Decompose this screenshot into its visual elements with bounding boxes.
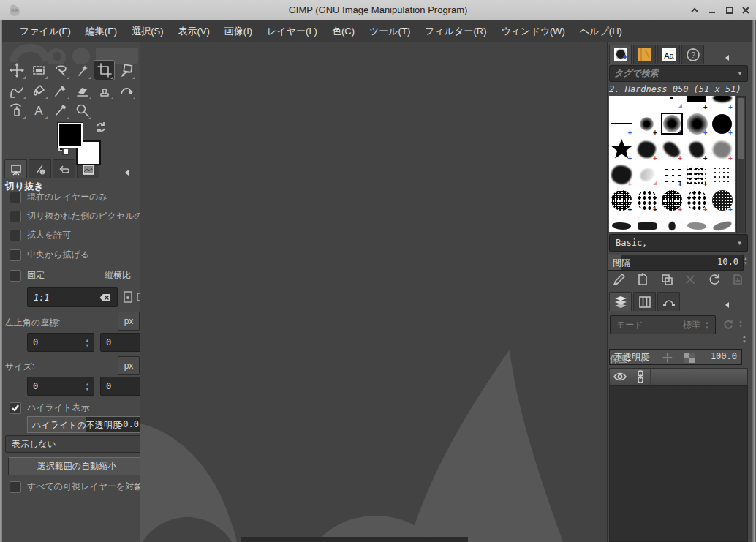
checkbox-highlight[interactable]: ハイライト表示	[10, 402, 140, 414]
menu-windows[interactable]: ウィンドウ(W)	[494, 21, 572, 42]
checkbox-box[interactable]	[10, 249, 21, 261]
brush-item[interactable]: +	[684, 96, 709, 110]
size-width-input[interactable]: 0 ▲▼	[27, 377, 94, 396]
checkbox-box[interactable]	[10, 481, 21, 493]
tab-channels[interactable]	[633, 292, 656, 311]
minimize-button[interactable]	[706, 4, 719, 16]
lock-position-icon[interactable]	[662, 352, 673, 366]
brush-item[interactable]: +	[710, 188, 735, 213]
brush-item[interactable]	[634, 96, 659, 110]
tool-options-dock-menu-button[interactable]	[121, 167, 133, 178]
tab-fonts[interactable]: Aa	[657, 45, 680, 64]
refresh-brushes-button[interactable]	[704, 271, 724, 287]
lock-pixels-icon[interactable]	[640, 352, 651, 366]
brush-item[interactable]: +	[609, 188, 634, 213]
mode-spinner[interactable]: ▲▼	[705, 320, 709, 330]
close-button[interactable]	[739, 4, 752, 16]
tab-patterns[interactable]	[633, 45, 656, 64]
crop-tool[interactable]	[94, 61, 114, 80]
link-chain-icon[interactable]	[630, 369, 651, 385]
checkbox-box-checked[interactable]	[10, 402, 21, 414]
brush-item[interactable]: +	[710, 111, 735, 136]
color-picker-tool[interactable]	[50, 101, 70, 120]
layer-mode-dropdown[interactable]: モード 標準 ▲▼	[610, 315, 716, 334]
brush-item[interactable]	[634, 214, 659, 232]
unified-transform-tool[interactable]	[116, 61, 136, 80]
checkbox-box[interactable]	[10, 192, 21, 203]
brush-item[interactable]: +	[659, 162, 684, 187]
brush-item[interactable]	[659, 96, 684, 110]
menu-help[interactable]: ヘルプ(H)	[572, 21, 630, 42]
brush-item[interactable]	[684, 214, 709, 232]
mode-switch-button[interactable]	[721, 317, 736, 333]
text-tool[interactable]: A	[29, 101, 48, 120]
brush-item[interactable]: +	[634, 111, 659, 136]
menu-file[interactable]: ファイル(F)	[12, 21, 78, 42]
spacing-spinner[interactable]: ▲▼	[744, 256, 748, 266]
brush-item[interactable]: +	[659, 137, 684, 162]
brush-item[interactable]	[710, 162, 735, 187]
layers-dock-menu-button[interactable]	[722, 299, 733, 311]
brush-group-dropdown[interactable]: Basic, ▼	[609, 234, 748, 252]
warp-transform-tool[interactable]	[7, 81, 26, 100]
eraser-tool[interactable]	[72, 81, 92, 100]
checkbox-allow-growing[interactable]: 拡大を許可	[10, 229, 140, 241]
checkbox-box[interactable]	[10, 211, 21, 222]
menu-edit[interactable]: 編集(E)	[78, 21, 124, 42]
visibility-eye-icon[interactable]	[610, 369, 630, 385]
checkbox-expand-from-center[interactable]: 中央から拡げる	[10, 249, 140, 261]
paintbrush-tool[interactable]	[50, 81, 70, 100]
clear-input-icon[interactable]	[99, 293, 111, 302]
scrollbar-thumb[interactable]	[738, 98, 744, 159]
size-height-input[interactable]: 0	[100, 377, 140, 396]
brush-item[interactable]	[634, 162, 659, 187]
brush-item[interactable]: +	[609, 162, 634, 187]
lock-alpha-icon[interactable]	[684, 352, 695, 366]
brush-item[interactable]: +	[609, 111, 634, 136]
brush-item[interactable]	[609, 96, 634, 110]
brush-item[interactable]: +	[659, 188, 684, 213]
tab-tool-options[interactable]	[4, 159, 27, 178]
brushes-dock-menu-button[interactable]	[722, 52, 733, 64]
highlight-opacity-slider[interactable]: ハイライトの不透明度 50.0	[27, 416, 140, 433]
brush-item[interactable]: +	[684, 162, 709, 187]
duplicate-brush-button[interactable]	[657, 271, 676, 287]
spacing-slider[interactable]: 間隔 10.0	[608, 255, 744, 271]
rectangle-select-tool[interactable]	[29, 61, 48, 80]
canvas-area[interactable]	[140, 42, 605, 542]
brush-item-selected[interactable]: +	[659, 111, 684, 136]
dropdown-arrow-icon[interactable]: ▼	[737, 70, 743, 77]
spinner[interactable]: ▲▼	[86, 382, 88, 391]
position-unit-dropdown[interactable]: px	[118, 312, 140, 331]
shade-button[interactable]	[688, 4, 701, 16]
checkbox-shrink-merged[interactable]: すべての可視レイヤーを対象に	[10, 481, 140, 493]
fuzzy-select-tool[interactable]	[72, 61, 92, 80]
menu-select[interactable]: 選択(S)	[124, 21, 170, 42]
brush-grid-scrollbar[interactable]	[736, 96, 746, 233]
tab-device-status[interactable]: i	[29, 159, 51, 178]
bucket-fill-tool[interactable]	[29, 81, 48, 100]
tab-paths[interactable]	[657, 292, 680, 311]
tab-help[interactable]: ?	[681, 45, 704, 64]
spinner[interactable]: ▲▼	[86, 338, 88, 347]
menu-view[interactable]: 表示(V)	[171, 21, 217, 42]
brush-item[interactable]: +	[710, 96, 735, 110]
new-brush-button[interactable]	[633, 271, 653, 287]
edit-brush-button[interactable]	[609, 271, 629, 287]
checkbox-current-layer-only[interactable]: 現在のレイヤーのみ	[10, 191, 140, 203]
portrait-orientation-button[interactable]	[121, 290, 135, 305]
delete-brush-button[interactable]	[681, 271, 700, 287]
position-y-input[interactable]: 0	[100, 333, 140, 352]
clone-tool[interactable]	[94, 81, 114, 100]
brush-item[interactable]: +	[609, 137, 634, 162]
fixed-mode-dropdown[interactable]: 縦横比	[105, 269, 131, 282]
foreground-color-swatch[interactable]	[58, 123, 83, 148]
menu-colors[interactable]: 色(C)	[325, 21, 362, 42]
tab-layers[interactable]	[609, 292, 632, 311]
checkbox-box[interactable]	[10, 230, 21, 241]
position-x-input[interactable]: 0 ▲▼	[27, 333, 94, 352]
auto-shrink-button[interactable]: 選択範囲の自動縮小	[8, 457, 140, 475]
brush-item[interactable]	[609, 214, 634, 232]
menu-filters[interactable]: フィルター(R)	[417, 21, 494, 42]
smudge-tool[interactable]	[116, 81, 136, 100]
